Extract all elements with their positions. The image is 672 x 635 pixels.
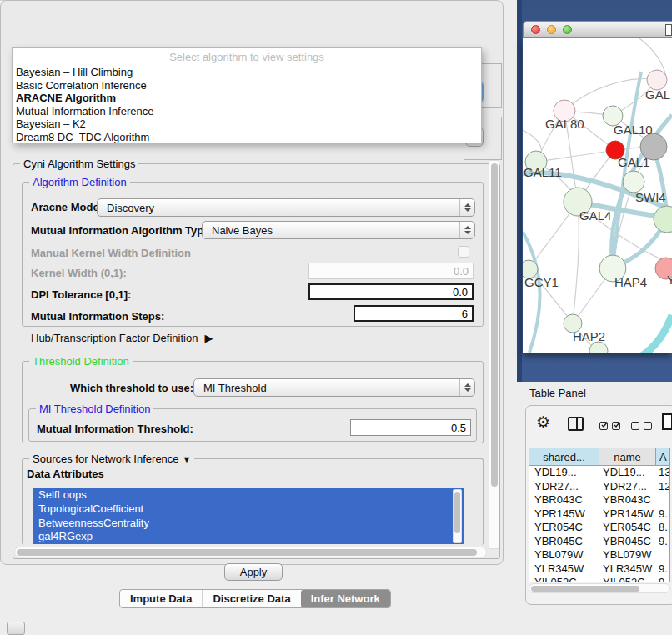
algorithm-dropdown-popup: Select algorithm to view settings Bayesi… [12, 48, 482, 143]
mi-algorithm-type-select[interactable]: Naive Bayes [202, 221, 475, 239]
node-label: GAL1 [618, 155, 649, 169]
table-row[interactable]: YBR043CYBR043C [529, 493, 669, 508]
mi-threshold-input[interactable]: 0.5 [350, 419, 471, 436]
table-row[interactable]: YBL079WYBL079W [529, 548, 669, 562]
mac-minimize-icon[interactable] [547, 25, 556, 34]
node-swi4[interactable] [654, 206, 672, 232]
attribute-item[interactable]: gal4RGexp [33, 530, 464, 544]
group-title: Threshold Definition [29, 355, 133, 368]
table-panel: ⚙ shared... name A YDL19...YDL19...13 YD… [525, 405, 672, 605]
manual-kernel-width-label: Manual Kernel Width Definition [31, 247, 191, 259]
node-label: SWI4 [635, 190, 666, 204]
aracne-mode-label: Aracne Mode: [31, 201, 103, 213]
table-row[interactable]: YER054CYER054C8. [529, 521, 669, 535]
collapse-triangle-icon: ▼ [183, 454, 192, 464]
table-row[interactable]: YPR145WYPR145W9. [529, 508, 669, 522]
tab-discretize-data[interactable]: Discretize Data [202, 590, 300, 608]
node-label: GAL11 [524, 165, 562, 179]
column-header-partial[interactable]: A [656, 448, 669, 465]
table-row[interactable]: YDR27...YDR27...12 [529, 480, 669, 494]
dropdown-item[interactable]: Basic Correlation Inference [13, 79, 481, 92]
node-label: GAL80 [545, 117, 584, 131]
node-label: GAL4 [579, 208, 611, 222]
column-header-name[interactable]: name [599, 448, 656, 465]
collapsed-panel-button[interactable] [7, 622, 25, 635]
table-panel-title: Table Panel [529, 387, 586, 399]
node-label: Y [667, 272, 672, 287]
window-fragment [665, 24, 672, 36]
node-label: GCY1 [524, 275, 559, 289]
dropdown-item[interactable]: Bayesian – K2 [13, 118, 481, 131]
selected-value: Discovery [107, 202, 154, 214]
network-window-titlebar[interactable] [523, 21, 672, 38]
group-title: MI Threshold Definition [36, 402, 153, 415]
stepper-arrows-icon [459, 379, 474, 396]
dropdown-item[interactable]: Dream8 DC_TDC Algorithm [13, 131, 481, 144]
columns-icon[interactable] [568, 417, 584, 431]
dropdown-item[interactable]: Mutual Information Inference [13, 105, 481, 118]
group-title: Cyni Algorithm Settings [20, 158, 138, 170]
field-value: 0.0 [454, 265, 469, 278]
table-row[interactable]: YDL19...YDL19...13 [529, 466, 669, 480]
table-row[interactable]: YIL052CYIL052C9 [529, 576, 669, 582]
which-threshold-select[interactable]: MI Threshold [193, 378, 475, 397]
node-label: GAL10 [614, 122, 653, 137]
aracne-mode-select[interactable]: Discovery [97, 198, 475, 217]
node-label: GAL [645, 88, 670, 102]
column-header-shared[interactable]: shared... [529, 448, 599, 465]
field-value: 0.5 [451, 422, 466, 434]
dpi-tolerance-label: DPI Tolerance [0,1]: [31, 288, 131, 301]
dropdown-item[interactable]: Bayesian – Hill Climbing [13, 66, 481, 79]
network-graph: GAL GAL80 GAL10 GAL1 GAL11 GAL4 SWI4 GCY… [523, 38, 672, 352]
tab-impute-data[interactable]: Impute Data [120, 590, 202, 608]
node-label: HAP4 [614, 275, 647, 289]
apply-label: Apply [240, 566, 268, 578]
dpi-tolerance-input[interactable]: 0.0 [308, 283, 474, 300]
data-attributes-list: SelfLoops TopologicalCoefficient Between… [33, 488, 464, 544]
tab-infer-network[interactable]: Infer Network [301, 590, 390, 608]
table-row[interactable]: YLR345WYLR345W9. [529, 562, 669, 577]
settings-vertical-scrollbar[interactable] [489, 160, 499, 549]
attributes-scrollbar[interactable] [453, 489, 462, 543]
app-screen: Control Panel ✕ Network Style Select Cyn… [0, 0, 672, 635]
mi-steps-label: Mutual Information Steps: [31, 310, 164, 322]
deselect-all-columns-icon[interactable] [631, 422, 652, 430]
mi-algorithm-type-label: Mutual Information Algorithm Type: [31, 224, 213, 237]
node-label: HAP2 [573, 329, 605, 343]
stepper-arrows-icon [459, 199, 474, 216]
kernel-width-input[interactable]: 0.0 [308, 262, 474, 279]
mi-steps-input[interactable]: 6 [354, 305, 474, 322]
hub-definition-label: Hub/Transcription Factor Definition [31, 332, 198, 344]
select-all-columns-icon[interactable] [599, 422, 620, 430]
field-value: 6 [462, 308, 468, 320]
mac-zoom-icon[interactable] [563, 25, 572, 34]
tab-label: Discretize Data [213, 592, 290, 605]
network-canvas[interactable]: GAL GAL80 GAL10 GAL1 GAL11 GAL4 SWI4 GCY… [523, 38, 672, 352]
node-table: shared... name A YDL19...YDL19...13 YDR2… [529, 448, 670, 582]
gear-icon[interactable]: ⚙ [536, 412, 550, 432]
tab-label: Impute Data [130, 592, 192, 605]
which-threshold-label: Which threshold to use: [70, 382, 193, 394]
selected-value: MI Threshold [203, 382, 267, 394]
table-row[interactable]: YBR045CYBR045C9. [529, 535, 669, 549]
export-table-icon[interactable] [662, 413, 672, 430]
settings-horizontal-scrollbar[interactable] [14, 547, 487, 558]
stepper-arrows-icon [459, 222, 474, 238]
hub-definition-expander[interactable]: Hub/Transcription Factor Definition ▶ [31, 332, 213, 344]
apply-button[interactable]: Apply [224, 563, 283, 581]
group-title: Sources for Network Inference▼ [29, 452, 194, 465]
selected-value: Naive Bayes [212, 224, 273, 237]
table-horizontal-scrollbar[interactable] [529, 583, 670, 593]
attribute-item[interactable]: SelfLoops [33, 488, 464, 502]
manual-kernel-width-checkbox[interactable] [458, 246, 469, 258]
mac-close-icon[interactable] [531, 25, 540, 34]
group-title: Algorithm Definition [29, 176, 130, 188]
attribute-item[interactable]: TopologicalCoefficient [33, 502, 464, 517]
field-value: 0.0 [453, 286, 468, 298]
table-header-row: shared... name A [529, 448, 669, 466]
tab-label: Infer Network [311, 592, 380, 605]
attribute-item[interactable]: BetweennessCentrality [33, 517, 464, 531]
data-attributes-label: Data Attributes [27, 468, 104, 480]
kernel-width-label: Kernel Width (0,1): [31, 267, 127, 279]
dropdown-item-selected[interactable]: ARACNE Algorithm [13, 92, 481, 105]
